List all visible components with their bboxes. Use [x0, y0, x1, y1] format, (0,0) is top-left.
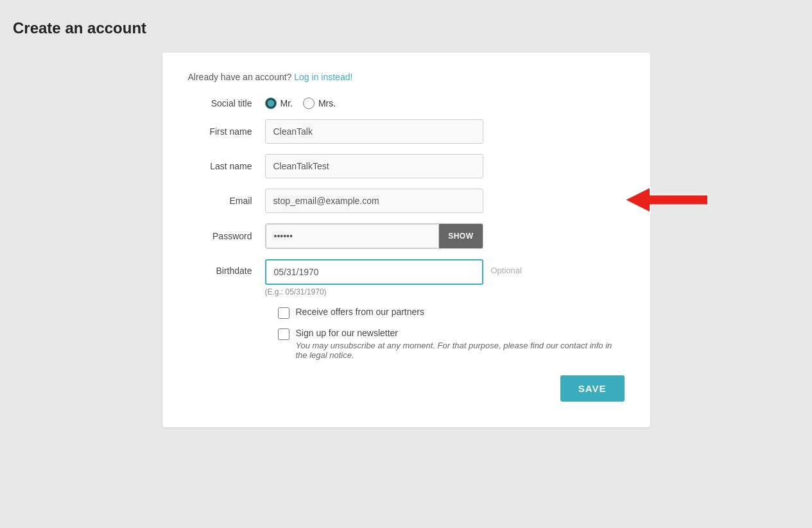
birthdate-field: (E.g.: 05/31/1970) [265, 259, 483, 296]
birthdate-input[interactable] [265, 259, 483, 285]
social-title-field: Mr. Mrs. [265, 98, 483, 109]
login-link[interactable]: Log in instead! [294, 72, 352, 82]
already-have-text: Already have an account? Log in instead! [188, 72, 625, 82]
first-name-field [265, 119, 483, 144]
svg-marker-0 [625, 187, 708, 213]
last-name-label: Last name [188, 161, 265, 171]
optional-label: Optional [491, 259, 522, 275]
newsletter-checkbox-label: Sign up for our newsletter [296, 328, 625, 338]
social-title-row: Social title Mr. Mrs. [188, 98, 625, 109]
last-name-field [265, 154, 483, 178]
email-field [265, 189, 483, 213]
birthdate-hint: (E.g.: 05/31/1970) [265, 287, 483, 296]
partners-checkbox-label: Receive offers from our partners [296, 307, 425, 317]
mrs-option[interactable]: Mrs. [303, 98, 336, 109]
last-name-row: Last name [188, 154, 625, 178]
partners-checkbox[interactable] [278, 307, 289, 319]
password-field: SHOW [265, 223, 483, 249]
password-input[interactable] [266, 224, 440, 248]
show-password-button[interactable]: SHOW [439, 224, 482, 248]
first-name-input[interactable] [265, 119, 483, 144]
mrs-radio[interactable] [303, 98, 315, 109]
password-label: Password [188, 231, 265, 241]
newsletter-sub-label: You may unsubscribe at any moment. For t… [296, 341, 625, 360]
last-name-input[interactable] [265, 154, 483, 178]
social-title-label: Social title [188, 98, 265, 108]
email-input[interactable] [265, 189, 483, 213]
email-label: Email [188, 196, 265, 206]
registration-card: Already have an account? Log in instead!… [162, 53, 650, 427]
birthdate-row: Birthdate (E.g.: 05/31/1970) Optional [188, 259, 625, 296]
partners-checkbox-row: Receive offers from our partners [278, 307, 625, 319]
page-title: Create an account [13, 19, 799, 37]
arrow-annotation [625, 184, 708, 218]
mr-radio[interactable] [265, 98, 277, 109]
newsletter-checkbox[interactable] [278, 328, 289, 340]
first-name-row: First name [188, 119, 625, 144]
mr-option[interactable]: Mr. [265, 98, 293, 109]
birthdate-label: Birthdate [188, 259, 265, 276]
newsletter-checkbox-row: Sign up for our newsletter You may unsub… [278, 328, 625, 360]
save-button[interactable]: SAVE [560, 375, 625, 402]
first-name-label: First name [188, 126, 265, 137]
mr-label: Mr. [281, 98, 293, 108]
password-row: Password SHOW [188, 223, 625, 249]
save-row: SAVE [188, 375, 625, 402]
password-wrapper: SHOW [265, 223, 483, 249]
newsletter-text-block: Sign up for our newsletter You may unsub… [296, 328, 625, 360]
email-row: Email [188, 189, 625, 213]
mrs-label: Mrs. [318, 98, 336, 108]
